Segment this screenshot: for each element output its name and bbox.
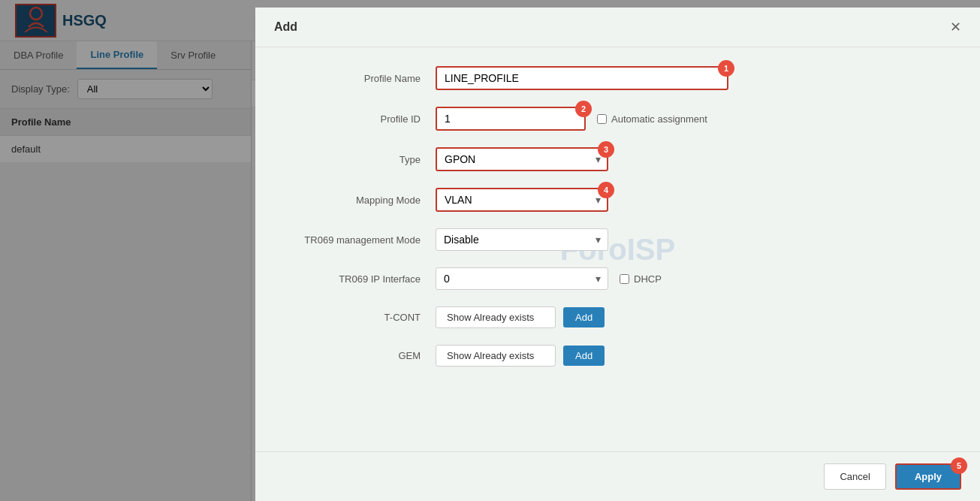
badge-4: 4	[598, 182, 614, 198]
modal-close-button[interactable]: ✕	[950, 19, 961, 35]
profile-name-row: Profile Name 1	[285, 66, 950, 90]
tr069-ip-select[interactable]: 0	[436, 267, 608, 290]
profile-id-row: Profile ID 2 Automatic assignment	[285, 107, 950, 131]
badge-2: 2	[575, 101, 592, 117]
tcont-label: T-CONT	[285, 312, 436, 323]
dhcp-row: DHCP	[620, 273, 662, 285]
gem-label: GEM	[285, 350, 436, 361]
badge-1: 1	[718, 60, 734, 77]
tcont-show-exists-button[interactable]: Show Already exists	[436, 306, 556, 328]
auto-assignment-checkbox[interactable]	[597, 114, 607, 124]
tcont-add-button[interactable]: Add	[563, 307, 605, 327]
profile-name-input[interactable]	[436, 66, 728, 90]
tr069-mode-select[interactable]: Disable	[436, 228, 608, 251]
cancel-button[interactable]: Cancel	[824, 463, 885, 490]
dhcp-checkbox[interactable]	[620, 274, 629, 284]
gem-add-button[interactable]: Add	[563, 346, 605, 366]
mapping-mode-label: Mapping Mode	[285, 195, 436, 206]
badge-3: 3	[598, 141, 614, 158]
profile-name-label: Profile Name	[285, 73, 436, 84]
auto-assignment-row: Automatic assignment	[597, 113, 707, 125]
tr069-mode-row: TR069 management Mode Disable	[285, 228, 950, 251]
type-row: Type GPON 3	[285, 147, 950, 171]
modal: Add ✕ ForoISP Profile Name 1 Profile ID …	[255, 8, 980, 501]
modal-footer: Cancel Apply 5	[255, 451, 980, 501]
modal-body: ForoISP Profile Name 1 Profile ID 2 Auto…	[255, 47, 980, 451]
tr069-ip-row: TR069 IP Interface 0 DHCP	[285, 267, 950, 290]
modal-title: Add	[274, 20, 297, 34]
badge-5: 5	[951, 457, 967, 474]
modal-header: Add ✕	[255, 8, 980, 47]
mapping-mode-select[interactable]: VLAN	[436, 188, 608, 212]
tr069-ip-label: TR069 IP Interface	[285, 273, 436, 285]
dhcp-label: DHCP	[634, 273, 662, 285]
profile-id-label: Profile ID	[285, 113, 436, 125]
tcont-row: T-CONT Show Already exists Add	[285, 306, 950, 328]
auto-assignment-label: Automatic assignment	[611, 113, 707, 125]
mapping-mode-row: Mapping Mode VLAN 4	[285, 188, 950, 212]
type-label: Type	[285, 154, 436, 165]
gem-row: GEM Show Already exists Add	[285, 345, 950, 367]
profile-id-input[interactable]	[436, 107, 586, 131]
gem-show-exists-button[interactable]: Show Already exists	[436, 345, 556, 367]
tr069-mode-label: TR069 management Mode	[285, 234, 436, 246]
type-select[interactable]: GPON	[436, 147, 608, 171]
